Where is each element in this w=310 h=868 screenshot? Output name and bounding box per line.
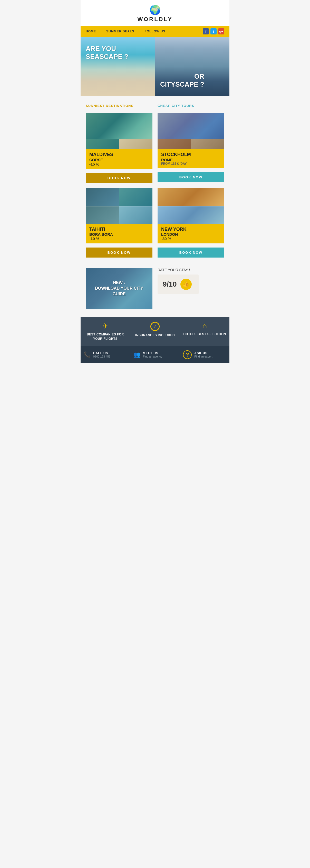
- maldives-label: MALDIVES CORSE -15 %: [86, 149, 152, 169]
- logo-text: WORLDLY: [80, 16, 230, 23]
- meet-title: MEET US: [143, 351, 162, 355]
- social-icons: f t g+: [203, 28, 224, 34]
- flights-icon: ✈: [102, 322, 108, 330]
- taihiti-img-1: [86, 188, 119, 206]
- promo-section: NEW :DOWNLOAD YOUR CITY GUIDE RATE YOUR …: [80, 263, 230, 317]
- maldives-image: [86, 113, 152, 139]
- hero-section: ARE YOUSEASCAPE ? ORCITYSCAPE ?: [80, 37, 230, 96]
- book-city-1-button[interactable]: BOOK NOW: [158, 172, 224, 182]
- twitter-icon[interactable]: t: [210, 28, 216, 34]
- googleplus-icon[interactable]: g+: [218, 28, 224, 34]
- dest-row-1: MALDIVES CORSE -15 % BOOK NOW STOCKHOLM …: [80, 113, 230, 188]
- maldives-discount: -15 %: [89, 162, 149, 166]
- nav-summer-deals[interactable]: SUMMER DEALS: [106, 30, 134, 33]
- meet-icon: 👥: [133, 351, 140, 358]
- newyork-discount: -30 %: [161, 237, 221, 241]
- city-guide-text: NEW :DOWNLOAD YOUR CITY GUIDE: [86, 275, 152, 302]
- city-title: CHEAP CITY TOURS: [158, 104, 224, 108]
- hero-seascape-text: ARE YOUSEASCAPE ?: [86, 45, 128, 61]
- feature-hotels: ⌂ HOTELS BEST SELECTION: [180, 317, 230, 346]
- city-guide-promo[interactable]: NEW :DOWNLOAD YOUR CITY GUIDE: [86, 268, 152, 309]
- logo-icon: 🌍: [80, 5, 230, 16]
- ask-title: ASK US: [194, 351, 212, 355]
- facebook-icon[interactable]: f: [203, 28, 209, 34]
- stockholm-image: [158, 113, 224, 139]
- taihiti-images: [86, 188, 152, 224]
- ask-sub: Find an expert: [194, 355, 212, 358]
- london-name: LONDON: [161, 232, 221, 237]
- taihiti-img-2: [119, 188, 152, 206]
- maldives-name: MALDIVES: [89, 152, 149, 158]
- book-city-2-button[interactable]: BOOK NOW: [158, 248, 224, 257]
- meet-sub: Find an agency: [143, 355, 162, 358]
- dest-card-stockholm: STOCKHOLM ROME FROM 162 € /DAY: [158, 113, 224, 168]
- footer-call-content: CALL US 0800 123 456: [93, 351, 110, 358]
- features-bar: ✈ BEST COMPANIES FOR YOUR FLIGHTS ✓ INSU…: [80, 317, 230, 346]
- taihiti-img-3: [86, 207, 119, 224]
- insurance-icon: ✓: [150, 322, 160, 331]
- newyork-image: [158, 188, 224, 206]
- rome-name: ROME: [161, 158, 221, 162]
- borabora-name: BORA BORA: [89, 232, 149, 237]
- insurance-text: INSURANCES INCLUDED: [135, 333, 175, 338]
- call-title: CALL US: [93, 351, 110, 355]
- ask-icon: ?: [183, 350, 192, 359]
- rating-score: 9/10: [163, 280, 177, 288]
- rating-label: RATE YOUR STAY !: [158, 268, 224, 272]
- dest-col-city-2: NEW YORK LONDON -30 % BOOK NOW: [158, 188, 224, 263]
- dest-card-taihiti: TAIHITI BORA BORA -10 %: [86, 188, 152, 244]
- sunniest-title: SUNNIEST DESTINATIONS: [86, 104, 152, 108]
- hotels-text: HOTELS BEST SELECTION: [183, 332, 226, 337]
- footer-meet-content: MEET US Find an agency: [143, 351, 162, 358]
- newyork-label: NEW YORK LONDON -30 %: [158, 224, 224, 244]
- taihiti-label: TAIHITI BORA BORA -10 %: [86, 224, 152, 244]
- book-sunny-2-button[interactable]: BOOK NOW: [86, 248, 152, 257]
- header: 🌍 WORLDLY: [80, 0, 230, 26]
- london-image: [158, 207, 224, 224]
- stockholm-label: STOCKHOLM ROME FROM 162 € /DAY: [158, 149, 224, 168]
- nav-links: HOME SUMMER DEALS FOLLOW US :: [86, 30, 203, 33]
- nav-home[interactable]: HOME: [86, 30, 96, 33]
- hotels-icon: ⌂: [203, 322, 207, 330]
- dest-card-maldives: MALDIVES CORSE -15 %: [86, 113, 152, 169]
- newyork-london-images: [158, 188, 224, 224]
- call-sub: 0800 123 456: [93, 355, 110, 358]
- dest-row-2: TAIHITI BORA BORA -10 % BOOK NOW NEW YOR…: [80, 188, 230, 263]
- navigation: HOME SUMMER DEALS FOLLOW US : f t g+: [80, 26, 230, 37]
- footer-ask-content: ASK US Find an expert: [194, 351, 212, 358]
- flights-text: BEST COMPANIES FOR YOUR FLIGHTS: [83, 332, 128, 341]
- feature-insurance: ✓ INSURANCES INCLUDED: [130, 317, 180, 346]
- call-icon: 📞: [84, 351, 91, 358]
- sunniest-col: SUNNIEST DESTINATIONS: [86, 104, 152, 111]
- footer-meet[interactable]: 👥 MEET US Find an agency: [130, 346, 180, 363]
- hero-cityscape-text: ORCITYSCAPE ?: [160, 72, 204, 88]
- feature-flights: ✈ BEST COMPANIES FOR YOUR FLIGHTS: [80, 317, 130, 346]
- stockholm-price: FROM 162 € /DAY: [161, 162, 221, 165]
- footer-call[interactable]: 📞 CALL US 0800 123 456: [80, 346, 130, 363]
- section-titles: SUNNIEST DESTINATIONS CHEAP CITY TOURS: [80, 96, 230, 113]
- newyork-name: NEW YORK: [161, 227, 221, 232]
- footer-ask[interactable]: ? ASK US Find an expert: [180, 346, 230, 363]
- dest-col-sunny-1: MALDIVES CORSE -15 % BOOK NOW: [86, 113, 152, 188]
- hero-cityscape: ORCITYSCAPE ?: [155, 37, 230, 96]
- city-col: CHEAP CITY TOURS: [158, 104, 224, 111]
- taihiti-name: TAIHITI: [89, 227, 149, 232]
- dest-col-city-1: STOCKHOLM ROME FROM 162 € /DAY BOOK NOW: [158, 113, 224, 188]
- rating-section: RATE YOUR STAY ! 9/10 👍: [158, 268, 224, 294]
- taihiti-img-4: [119, 207, 152, 224]
- dest-col-sunny-2: TAIHITI BORA BORA -10 % BOOK NOW: [86, 188, 152, 263]
- corse-name: CORSE: [89, 158, 149, 162]
- rating-thumb-icon: 👍: [180, 279, 192, 290]
- rating-card: 9/10 👍: [158, 275, 199, 294]
- stockholm-name: STOCKHOLM: [161, 152, 221, 158]
- footer: 📞 CALL US 0800 123 456 👥 MEET US Find an…: [80, 346, 230, 363]
- hero-seascape: ARE YOUSEASCAPE ?: [80, 37, 155, 96]
- follow-label: FOLLOW US :: [144, 30, 168, 33]
- book-sunny-1-button[interactable]: BOOK NOW: [86, 173, 152, 183]
- dest-card-newyork: NEW YORK LONDON -30 %: [158, 188, 224, 244]
- taihiti-discount: -10 %: [89, 237, 149, 241]
